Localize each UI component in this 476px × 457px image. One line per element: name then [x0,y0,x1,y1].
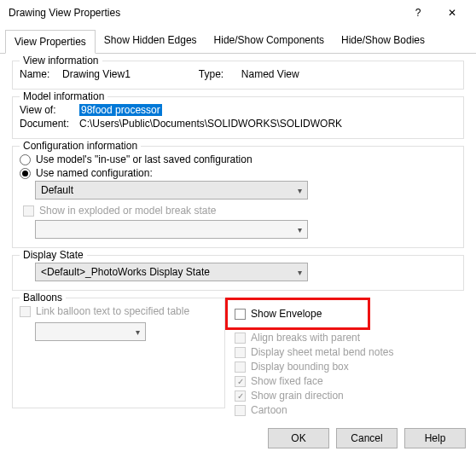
tab-show-hidden-edges[interactable]: Show Hidden Edges [96,29,206,53]
radio-icon [20,154,31,165]
radio-named-label: Use named configuration: [36,167,153,179]
window-title: Drawing View Properties [9,7,401,19]
checkbox-icon [235,309,246,320]
group-title-model-info: Model information [20,90,107,102]
view-of-value[interactable]: 98food processor [79,104,162,116]
group-model-information: Model information View of: 98food proces… [12,96,464,139]
group-display-state: Display State <Default>_PhotoWorks Displ… [12,255,464,291]
type-value: Named View [241,68,299,80]
check-display-bounding-box: Display bounding box [235,361,464,373]
show-fixed-face-label: Show fixed face [251,375,323,387]
tab-hide-show-components[interactable]: Hide/Show Components [206,29,333,53]
document-label: Document: [20,118,79,130]
checkbox-icon [235,333,246,344]
checkbox-icon [235,405,246,416]
radio-use-inuse[interactable]: Use model's "in-use" or last saved confi… [20,153,456,165]
group-title-balloons: Balloons [20,292,66,304]
checkbox-icon [23,205,34,217]
cartoon-label: Cartoon [251,404,287,416]
checkbox-icon [235,347,246,358]
group-title-display-state: Display State [20,249,87,261]
chevron-down-icon [298,223,302,235]
title-bar: Drawing View Properties ? ✕ [0,0,476,26]
combo-value: Default [41,184,73,196]
check-show-exploded: Show in exploded or model break state [23,205,456,217]
close-icon[interactable]: ✕ [435,0,469,26]
checkbox-icon [20,306,31,317]
view-of-label: View of: [20,104,79,116]
check-show-fixed-face: Show fixed face [235,375,464,387]
show-exploded-label: Show in exploded or model break state [39,205,216,217]
cancel-button[interactable]: Cancel [336,428,398,448]
combo-display-state[interactable]: <Default>_PhotoWorks Display State [35,263,308,281]
tab-hide-show-bodies[interactable]: Hide/Show Bodies [333,29,433,53]
show-grain-direction-label: Show grain direction [251,390,344,402]
checkbox-icon [235,390,246,402]
align-breaks-label: Align breaks with parent [251,332,360,344]
display-sheet-metal-label: Display sheet metal bend notes [251,346,393,358]
link-balloon-label: Link balloon text to specified table [36,305,189,317]
check-display-sheet-metal: Display sheet metal bend notes [235,346,464,358]
combo-balloon-table [35,322,146,341]
tab-view-properties[interactable]: View Properties [5,30,96,54]
content-area: View information Name: Drawing View1 Typ… [0,54,476,419]
radio-icon [20,168,31,179]
checkbox-icon [235,362,246,373]
type-label: Type: [199,68,241,80]
help-button[interactable]: Help [404,428,466,448]
chevron-down-icon [298,266,302,278]
group-title-view-info: View information [20,55,102,67]
ok-button[interactable]: OK [268,428,329,448]
radio-use-named[interactable]: Use named configuration: [20,167,456,179]
group-balloons: Balloons Link balloon text to specified … [12,298,225,408]
check-link-balloon: Link balloon text to specified table [20,305,218,317]
display-bounding-box-label: Display bounding box [251,361,349,373]
combo-named-configuration[interactable]: Default [35,181,308,200]
group-title-config-info: Configuration information [20,140,141,152]
check-cartoon: Cartoon [235,404,464,416]
group-view-information: View information Name: Drawing View1 Typ… [12,61,464,90]
combo-display-state-value: <Default>_PhotoWorks Display State [41,266,210,278]
document-value: C:\Users\Public\Documents\SOLIDWORKS\SOL… [79,118,342,130]
check-show-grain-direction: Show grain direction [235,390,464,402]
name-value: Drawing View1 [62,68,131,80]
group-configuration-information: Configuration information Use model's "i… [12,146,464,248]
check-show-envelope[interactable]: Show Envelope [235,308,361,320]
dialog-footer: OK Cancel Help [268,428,466,448]
name-label: Name: [20,68,62,80]
chevron-down-icon [136,326,140,338]
highlight-show-envelope: Show Envelope [225,298,370,330]
chevron-down-icon [298,184,302,196]
radio-inuse-label: Use model's "in-use" or last saved confi… [36,153,253,165]
tab-strip: View Properties Show Hidden Edges Hide/S… [0,29,476,54]
show-envelope-label: Show Envelope [251,308,322,320]
check-align-breaks: Align breaks with parent [235,332,464,344]
combo-exploded-state [35,220,308,239]
help-icon[interactable]: ? [401,0,435,26]
checkbox-icon [235,376,246,387]
